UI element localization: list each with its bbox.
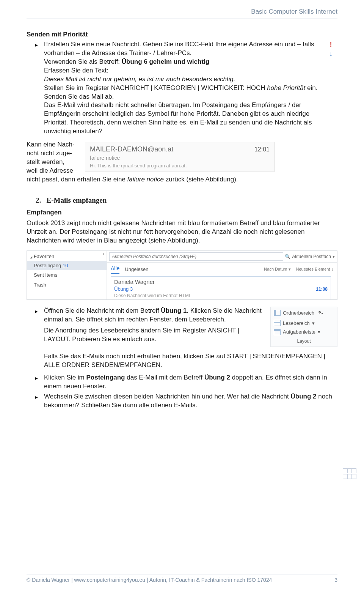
- s1p3: Falls Sie das E-Mails noch nicht erhalte…: [44, 352, 337, 370]
- failure-side-text: Kann eine Nach- richt nicht zuge- stellt…: [27, 140, 81, 175]
- fside-d: weil die Adresse: [27, 167, 73, 174]
- footer-text: © Daniela Wagner | www.computertraining4…: [27, 576, 272, 584]
- search-input: [109, 252, 283, 261]
- sec2-num: 2.: [36, 196, 41, 204]
- section2-sub: Empfangen: [27, 208, 337, 217]
- b1d-text: Dieses Mail ist nicht nur geheim, es ist…: [44, 76, 235, 83]
- sec2-title: E-Mails empfangen: [47, 196, 107, 204]
- fside-b: richt nicht zuge-: [27, 150, 72, 157]
- chevron-down-icon: ▾: [333, 254, 335, 260]
- search-icon: 🔍: [285, 254, 290, 260]
- cursor-icon: ↖: [317, 307, 325, 318]
- b1e-text: Stellen Sie im Register NACHRICHT | KATE…: [44, 84, 267, 91]
- page-header: Basic Computer Skills Internet: [27, 8, 337, 19]
- b1g-text: Das E-Mail wird deshalb nicht schneller …: [44, 101, 312, 135]
- lp-folder: Ordnerbereich: [283, 310, 314, 317]
- s2d: Übung 2: [204, 374, 230, 381]
- task-pane-icon: [274, 329, 281, 335]
- bullet-1: Erstellen Sie eine neue Nachricht. Geben…: [27, 40, 324, 136]
- b1-text: Erstellen Sie eine neue Nachricht. Geben…: [44, 41, 314, 57]
- failure-time: 12:01: [254, 145, 270, 154]
- folder-pane: ‹ Favoriten Posteingang 10 Sent Items Tr…: [27, 251, 107, 299]
- filter-all: Alle: [111, 265, 119, 274]
- failure-body: Hi. This is the qmail-send program at ao…: [90, 162, 270, 169]
- failure-sender: MAILER-DAEMON@aon.at: [90, 145, 173, 154]
- b1e-text2: ein.: [305, 84, 317, 91]
- window-arrangement-icon: [343, 468, 356, 480]
- s2b: Posteingang: [86, 374, 125, 381]
- message-item: Daniela Wagner Übung 3 11:08 Diese Nachr…: [111, 276, 331, 300]
- s2c: das E-Mail mit dem Betreff: [125, 374, 204, 381]
- b1b-bold: Übung 6 geheim und wichtig: [122, 58, 209, 65]
- section2-heading: 2. E-Mails empfangen: [36, 195, 337, 205]
- b1f-text: Senden Sie das Mail ab.: [44, 93, 114, 100]
- step-2: Klicken Sie im Posteingang das E-Mail mi…: [27, 373, 337, 391]
- fa1: nicht passt, dann erhalten Sie eine: [27, 176, 127, 183]
- bullet-marker-icon: [27, 373, 44, 381]
- section2-p1: Outlook 2013 zeigt noch nicht gelesene N…: [27, 219, 337, 245]
- failure-notice-image: MAILER-DAEMON@aon.at 12:01 failure notic…: [85, 142, 275, 172]
- bullet-marker-icon: [27, 392, 44, 400]
- s1b: Übung 1: [161, 307, 187, 314]
- failure-subject: failure notice: [90, 154, 270, 162]
- failure-after-text: nicht passt, dann erhalten Sie eine fail…: [27, 175, 337, 184]
- layout-panel-image: Ordnerbereich↖ Lesebereich ▾ Aufgabenlei…: [270, 307, 337, 347]
- fa2: failure notice: [127, 176, 164, 183]
- lp-group: Layout: [271, 337, 337, 347]
- step-3: Wechseln Sie zwischen diesen beiden Nach…: [27, 392, 337, 410]
- collapse-icon: ‹: [103, 251, 104, 257]
- s2a: Klicken Sie im: [44, 374, 86, 381]
- favorites-header: Favoriten: [27, 251, 107, 261]
- folder-inbox: Posteingang 10: [27, 261, 107, 271]
- folder-trash: Trash: [27, 280, 107, 290]
- search-bar: 🔍 Aktuellem Postfach ▾: [107, 251, 337, 263]
- folder-pane-icon: [274, 310, 281, 316]
- priority-symbols: ! ↓: [324, 40, 337, 59]
- step-1: Ordnerbereich↖ Lesebereich ▾ Aufgabenlei…: [27, 307, 337, 372]
- b1e-italic: hohe Priorität: [267, 84, 305, 91]
- msg-subject: Übung 3: [114, 286, 133, 293]
- low-priority-icon: ↓: [324, 49, 337, 58]
- fa3: zurück (siehe Abbildung).: [164, 176, 238, 183]
- s3a: Wechseln Sie zwischen diesen beiden Nach…: [44, 393, 290, 400]
- b1c-text: Erfassen Sie den Text:: [44, 67, 108, 74]
- page-number: 3: [334, 576, 337, 584]
- reading-pane-icon: [274, 320, 281, 326]
- search-scope: Aktuellem Postfach: [292, 254, 331, 260]
- sort-by: Nach Datum: [264, 267, 287, 271]
- filter-unread: Ungelesen: [125, 266, 148, 273]
- s1a: Öffnen Sie die Nachricht mit dem Betreff: [44, 307, 161, 314]
- filter-bar: Alle Ungelesen Nach Datum ▾ Neuestes Ele…: [107, 263, 337, 276]
- b1b-text: Verwenden Sie als Betreff:: [44, 58, 122, 65]
- page-footer: © Daniela Wagner | www.computertraining4…: [27, 575, 337, 584]
- lp-read: Lesebereich: [283, 320, 310, 327]
- folder-sent: Sent Items: [27, 270, 107, 280]
- s3b: Übung 2: [290, 393, 316, 400]
- bullet-marker-icon: [27, 40, 44, 48]
- msg-time: 11:08: [316, 286, 328, 292]
- bullet-marker-icon: [27, 307, 44, 315]
- inbox-label: Posteingang: [34, 263, 61, 268]
- msg-preview: Diese Nachricht wird im Format HTML: [114, 293, 328, 299]
- section1-title: Senden mit Priorität: [27, 30, 337, 39]
- sort-order: Neuestes Element: [296, 267, 330, 271]
- fside-c: stellt werden,: [27, 158, 64, 165]
- msg-sender: Daniela Wagner: [114, 278, 328, 286]
- outlook-screenshot: ‹ Favoriten Posteingang 10 Sent Items Tr…: [27, 250, 337, 300]
- high-priority-icon: !: [324, 40, 337, 49]
- inbox-count: 10: [63, 263, 68, 268]
- lp-task: Aufgabenleiste: [283, 329, 315, 336]
- fside-a: Kann eine Nach-: [27, 141, 75, 148]
